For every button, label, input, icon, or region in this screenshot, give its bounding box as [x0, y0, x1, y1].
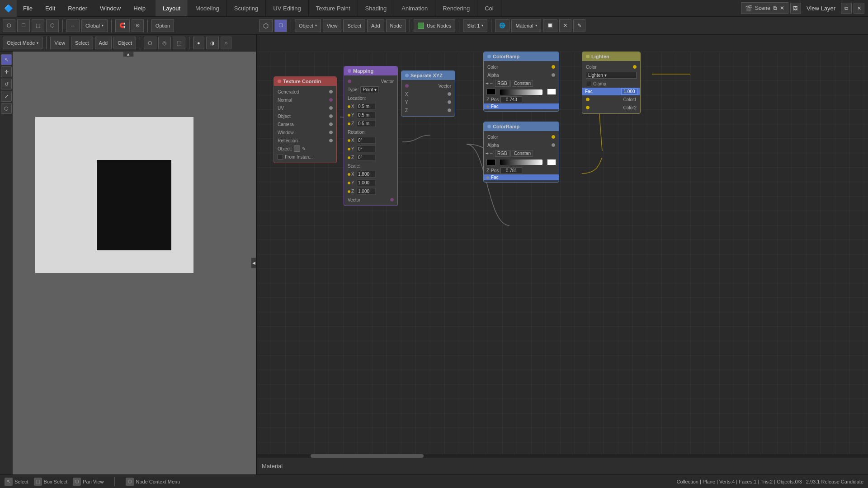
view3d-icon[interactable]: ⬡ [3, 19, 15, 32]
cr1-plus[interactable]: + [486, 80, 489, 87]
tab-sculpting[interactable]: Sculpting [227, 0, 266, 16]
tool-move[interactable]: ✛ [1, 66, 12, 77]
add-btn[interactable]: Add [367, 19, 384, 32]
add-btn-vp[interactable]: Add [95, 37, 112, 49]
colorramp2-node[interactable]: ColorRamp Color Alpha + − RGB [483, 122, 559, 183]
socket-cr2-alpha[interactable] [552, 143, 555, 147]
socket-rot-x[interactable] [348, 139, 350, 142]
global-dropdown[interactable]: Global ▾ [81, 19, 108, 32]
prop-edit-icon[interactable]: ⊙ [132, 19, 144, 32]
socket-cr1-color[interactable] [552, 65, 555, 69]
socket-color2[interactable] [586, 106, 590, 109]
socket-color1[interactable] [586, 98, 590, 101]
tab-texture-paint[interactable]: Texture Paint [309, 0, 358, 16]
tool-scale[interactable]: ⤢ [1, 91, 12, 102]
socket-y-out[interactable] [448, 100, 451, 104]
xray-icon[interactable]: ⬚ [173, 37, 185, 49]
loc-y-input[interactable] [357, 112, 376, 118]
cr2-swatch-black[interactable] [486, 159, 495, 165]
cr2-swatch-white[interactable] [547, 159, 556, 165]
scale-x-input[interactable] [357, 171, 376, 178]
socket-vector-out[interactable] [390, 198, 394, 202]
cr2-pos-input[interactable] [500, 167, 522, 174]
loc-z-input[interactable] [357, 120, 376, 127]
menu-file[interactable]: File [17, 0, 39, 16]
use-nodes-checkbox[interactable]: Use Nodes [414, 19, 455, 32]
tab-col[interactable]: Col [477, 0, 501, 16]
socket-window[interactable] [329, 131, 333, 134]
socket-loc-y[interactable] [348, 114, 350, 117]
lighten-fac-input[interactable] [621, 88, 637, 95]
cr2-mode-dropdown[interactable]: RGB [495, 150, 509, 157]
cr2-plus[interactable]: + [486, 150, 489, 157]
socket-rot-y[interactable] [348, 148, 350, 150]
menu-edit[interactable]: Edit [39, 0, 61, 16]
cr1-pos-input[interactable] [500, 96, 522, 103]
socket-loc-z[interactable] [348, 122, 350, 125]
scene-selector[interactable]: 🎬 Scene ⧉ ✕ [741, 2, 788, 14]
object-edit-icon[interactable]: ✎ [302, 146, 306, 151]
node-scrollbar-h[interactable] [256, 454, 868, 458]
rot-y-input[interactable] [357, 145, 376, 152]
from-instance-checkbox[interactable] [278, 154, 283, 160]
transform-icon[interactable]: ↔ [66, 19, 80, 32]
socket-normal[interactable] [329, 98, 333, 102]
rot-z-input[interactable] [357, 154, 376, 161]
cr2-minus[interactable]: − [490, 150, 493, 157]
view-btn[interactable]: View [323, 19, 342, 32]
left-select-mode2[interactable]: ⬚ [32, 19, 44, 32]
type-dropdown[interactable]: Point ▾ [360, 86, 379, 93]
cr2-gradient-bar[interactable] [497, 159, 545, 166]
material-close-btn[interactable]: ✕ [559, 19, 571, 32]
socket-cr2-color[interactable] [552, 135, 555, 139]
tool-transform[interactable]: ⬡ [1, 103, 12, 114]
option-dropdown[interactable]: Option [151, 19, 174, 32]
tab-rendering[interactable]: Rendering [435, 0, 477, 16]
socket-cr1-alpha[interactable] [552, 73, 555, 77]
cr1-swatch-white[interactable] [547, 89, 556, 95]
socket-reflection[interactable] [329, 139, 333, 142]
socket-scale-x[interactable] [348, 173, 350, 176]
colorramp1-node[interactable]: ColorRamp Color Alpha + − RGB [483, 52, 559, 112]
cr2-interp-dropdown[interactable]: Constan [512, 150, 533, 157]
object-dropdown[interactable]: Object ▾ [295, 19, 321, 32]
panel-collapse-top[interactable]: ▲ [123, 52, 134, 57]
snap-icon[interactable]: 🧲 [115, 19, 130, 32]
scale-z-input[interactable] [357, 188, 376, 195]
socket-x-out[interactable] [448, 92, 451, 96]
cr1-mode-dropdown[interactable]: RGB [495, 80, 509, 87]
node-btn[interactable]: Node [386, 19, 406, 32]
select-mode-btn[interactable]: ☐ [274, 19, 287, 32]
socket-z-out[interactable] [448, 108, 451, 112]
lighten-node[interactable]: Lighten Color Lighten ▾ Clamp Fac [582, 52, 641, 114]
tool-select[interactable]: ↖ [1, 54, 12, 65]
select-btn[interactable]: Select [343, 19, 365, 32]
material-edit-btn[interactable]: ✎ [573, 19, 585, 32]
material-dropdown[interactable]: Material ▾ [511, 19, 541, 32]
clamp-checkbox[interactable] [586, 81, 591, 86]
socket-scale-z[interactable] [348, 190, 350, 193]
socket-camera[interactable] [329, 122, 333, 126]
material-new-btn[interactable]: 🔲 [543, 19, 557, 32]
slot-dropdown[interactable]: Slot 1 ▾ [463, 19, 487, 32]
menu-render[interactable]: Render [61, 0, 94, 16]
socket-lighten-out[interactable] [633, 65, 637, 69]
cr1-gradient-bar[interactable] [497, 89, 545, 95]
socket-rot-z[interactable] [348, 156, 350, 159]
socket-vector-in[interactable] [348, 80, 351, 83]
tab-uv-editing[interactable]: UV Editing [266, 0, 308, 16]
world-icon[interactable]: 🌐 [495, 19, 509, 32]
render-icon-btn[interactable]: 🖼 [790, 3, 801, 14]
object-mode-dropdown[interactable]: Object Mode ▾ [3, 37, 42, 49]
cr1-swatch-black[interactable] [486, 89, 495, 95]
object-btn-vp[interactable]: Object [113, 37, 136, 49]
socket-uv[interactable] [329, 106, 333, 110]
view-btn-vp[interactable]: View [50, 37, 69, 49]
node-editor-icon[interactable]: ⬡ [259, 19, 273, 32]
select-btn-vp[interactable]: Select [71, 37, 93, 49]
shading-solid[interactable]: ● [193, 37, 204, 49]
left-select-mode[interactable]: ☐ [17, 19, 30, 32]
shading-render[interactable]: ○ [221, 37, 232, 49]
separate-xyz-node[interactable]: Separate XYZ Vector X Y Z [401, 70, 455, 117]
socket-xyz-in[interactable] [405, 84, 409, 88]
